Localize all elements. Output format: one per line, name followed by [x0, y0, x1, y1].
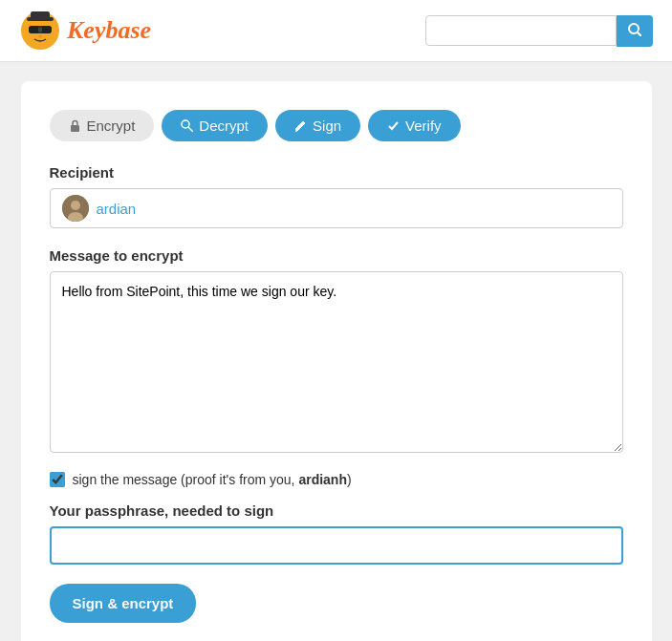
logo-area: Keybase — [19, 10, 151, 52]
svg-rect-4 — [38, 28, 42, 32]
svg-rect-7 — [31, 11, 50, 19]
header: Keybase — [0, 0, 672, 62]
tab-encrypt[interactable]: Encrypt — [50, 110, 155, 141]
svg-point-8 — [629, 24, 639, 33]
check-icon — [387, 119, 400, 132]
avatar — [62, 195, 89, 222]
keybase-logo-icon — [19, 10, 61, 52]
main-content: Encrypt Decrypt Sign Verify Recipient — [21, 81, 652, 641]
passphrase-section: Your passphrase, needed to sign — [50, 502, 623, 565]
avatar-image — [62, 195, 89, 222]
search-input[interactable] — [425, 15, 617, 46]
sign-label: sign the message (proof it's from you, a… — [73, 472, 352, 487]
logo-text: Keybase — [67, 16, 151, 45]
message-textarea[interactable]: Hello from SitePoint, this time we sign … — [50, 271, 623, 453]
svg-point-11 — [182, 120, 189, 128]
tab-sign[interactable]: Sign — [275, 110, 360, 141]
svg-point-15 — [71, 201, 80, 210]
sign-checkbox-row: sign the message (proof it's from you, a… — [50, 472, 623, 487]
lock-icon — [69, 119, 81, 132]
sign-tab-label: Sign — [313, 118, 341, 134]
encrypt-tab-label: Encrypt — [87, 118, 136, 134]
svg-rect-10 — [71, 125, 79, 132]
svg-point-5 — [38, 35, 42, 38]
verify-tab-label: Verify — [405, 118, 442, 134]
sign-encrypt-button[interactable]: Sign & encrypt — [50, 584, 197, 623]
sign-checkbox[interactable] — [50, 472, 65, 487]
search-button[interactable] — [617, 15, 653, 47]
pencil-icon — [294, 119, 307, 132]
sign-username: ardianh — [298, 472, 347, 487]
passphrase-label: Your passphrase, needed to sign — [50, 502, 623, 519]
search-icon — [628, 23, 641, 36]
recipient-field[interactable]: ardian — [50, 188, 623, 228]
recipient-name: ardian — [97, 201, 137, 217]
message-label: Message to encrypt — [50, 247, 623, 264]
passphrase-input[interactable] — [50, 526, 623, 565]
svg-line-12 — [188, 127, 193, 132]
svg-rect-2 — [29, 26, 39, 33]
tab-verify[interactable]: Verify — [368, 110, 461, 141]
tabs: Encrypt Decrypt Sign Verify — [50, 110, 623, 141]
decrypt-tab-label: Decrypt — [199, 118, 249, 134]
recipient-label: Recipient — [50, 164, 623, 181]
message-section: Message to encrypt Hello from SitePoint,… — [50, 247, 623, 457]
search-area — [425, 15, 653, 47]
svg-rect-3 — [41, 26, 52, 33]
tab-decrypt[interactable]: Decrypt — [162, 110, 268, 141]
svg-line-9 — [638, 32, 641, 36]
key-icon — [181, 119, 193, 132]
